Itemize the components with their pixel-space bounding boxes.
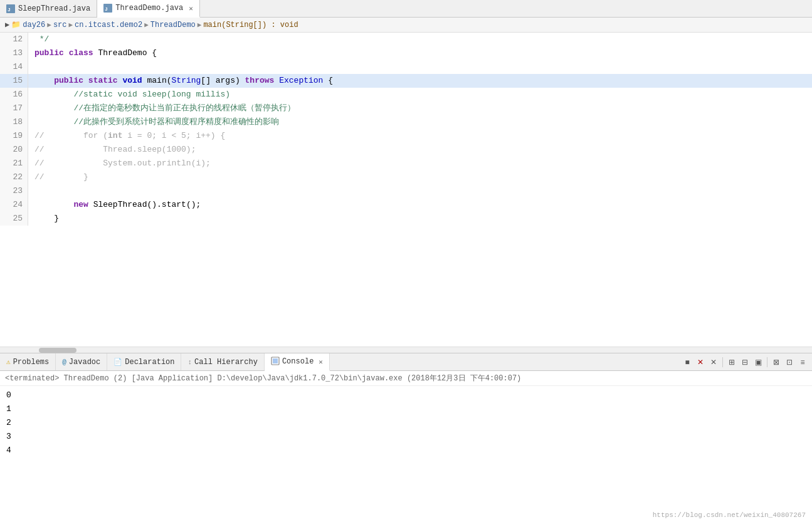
panel-tab-bar: ⚠ Problems @ Javadoc 📄 Declaration ↕ Cal… xyxy=(0,353,812,371)
toolbar-minimize-btn[interactable]: ≡ xyxy=(797,357,808,368)
line-num-15: 15 xyxy=(0,74,28,88)
toolbar-maximize-btn[interactable]: ⊡ xyxy=(784,357,795,368)
breadcrumb: ▶ 📁 day26 ▶ src ▶ cn.itcast.demo2 ▶ Thre… xyxy=(0,18,812,33)
code-content-18: //此操作受到系统计时器和调度程序精度和准确性的影响 xyxy=(28,115,279,129)
code-line-13: 13 public class ThreadDemo { xyxy=(0,46,812,60)
panel-toolbar: ■ ✕ ✕ ⊞ ⊟ ▣ ⊠ ⊡ ≡ xyxy=(678,353,812,370)
panel-tab-problems-label: Problems xyxy=(13,358,50,367)
code-content-21: // System.out.println(i); xyxy=(28,157,211,170)
breadcrumb-arrow: ▶ xyxy=(5,20,9,29)
console-line-1: 1 xyxy=(6,402,806,416)
panel-tabs: ⚠ Problems @ Javadoc 📄 Declaration ↕ Cal… xyxy=(0,353,330,370)
code-line-17: 17 //在指定的毫秒数内让当前正在执行的线程休眠（暂停执行） xyxy=(0,102,812,115)
breadcrumb-method[interactable]: main(String[]) : void xyxy=(203,21,298,29)
code-content-24: new SleepThread().start(); xyxy=(28,198,201,212)
toolbar-clear-btn[interactable]: ⊞ xyxy=(726,357,737,368)
code-content-19: // for (int i = 0; i < 5; i++) { xyxy=(28,129,225,143)
line-num-21: 21 xyxy=(0,157,28,170)
tab-close-icon[interactable]: ✕ xyxy=(189,4,193,13)
svg-text:J: J xyxy=(8,7,11,13)
breadcrumb-day26[interactable]: day26 xyxy=(23,21,45,29)
toolbar-view-btn[interactable]: ▣ xyxy=(752,357,764,368)
breadcrumb-folder-icon: 📁 xyxy=(11,20,21,29)
panel-tab-callhierarchy[interactable]: ↕ Call Hierarchy xyxy=(181,353,264,370)
editor-tab-bar: J SleepThread.java J ThreadDemo.java ✕ xyxy=(0,0,812,18)
code-content-25: } xyxy=(28,212,59,226)
console-line-3: 3 xyxy=(6,430,806,444)
panel-tab-javadoc[interactable]: @ Javadoc xyxy=(56,353,107,370)
console-header: <terminated> ThreadDemo (2) [Java Applic… xyxy=(0,371,812,386)
line-num-18: 18 xyxy=(0,115,28,129)
declaration-icon: 📄 xyxy=(113,358,122,366)
panel-tab-console-label: Console xyxy=(282,357,314,366)
code-content-17: //在指定的毫秒数内让当前正在执行的线程休眠（暂停执行） xyxy=(28,102,295,115)
code-line-16: 16 //static void sleep(long millis) xyxy=(0,88,812,102)
line-num-20: 20 xyxy=(0,143,28,157)
console-output: 0 1 2 3 4 xyxy=(0,386,812,460)
console-header-text: <terminated> ThreadDemo (2) [Java Applic… xyxy=(5,374,521,383)
code-content-20: // Thread.sleep(1000); xyxy=(28,143,196,157)
code-content-13: public class ThreadDemo { xyxy=(28,46,157,60)
watermark: https://blog.csdn.net/weixin_40807267 xyxy=(653,511,806,519)
code-content-23 xyxy=(28,184,34,198)
java-file-icon-2: J xyxy=(103,4,112,13)
tab-sleepthread-label: SleepThread.java xyxy=(18,4,90,13)
bottom-panel: ⚠ Problems @ Javadoc 📄 Declaration ↕ Cal… xyxy=(0,353,812,522)
java-file-icon: J xyxy=(6,4,15,13)
line-num-12: 12 xyxy=(0,33,28,46)
console-line-4: 4 xyxy=(6,444,806,457)
code-line-20: 20 // Thread.sleep(1000); xyxy=(0,143,812,157)
panel-tab-problems[interactable]: ⚠ Problems xyxy=(0,353,56,370)
code-container: 12 */ 13 public class ThreadDemo { 14 15… xyxy=(0,33,812,347)
line-num-13: 13 xyxy=(0,46,28,60)
code-content-16: //static void sleep(long millis) xyxy=(28,88,230,102)
toolbar-stop-btn[interactable]: ■ xyxy=(682,357,693,368)
tab-sleepthread[interactable]: J SleepThread.java xyxy=(0,0,97,17)
line-num-16: 16 xyxy=(0,88,28,102)
panel-tab-javadoc-label: Javadoc xyxy=(69,358,100,367)
toolbar-sep-2 xyxy=(767,357,767,367)
code-content-22: // } xyxy=(28,170,88,184)
code-line-23: 23 xyxy=(0,184,812,198)
code-line-18: 18 //此操作受到系统计时器和调度程序精度和准确性的影响 xyxy=(0,115,812,129)
line-num-17: 17 xyxy=(0,102,28,115)
tab-threaddemo-label: ThreadDemo.java xyxy=(115,4,183,13)
callhierarchy-icon: ↕ xyxy=(187,358,192,366)
code-editor[interactable]: 12 */ 13 public class ThreadDemo { 14 15… xyxy=(0,33,812,347)
javadoc-icon: @ xyxy=(62,358,66,366)
code-content-14 xyxy=(28,60,34,74)
code-line-24: 24 new SleepThread().start(); xyxy=(0,198,812,212)
toolbar-terminate-btn[interactable]: ✕ xyxy=(695,357,706,368)
line-num-23: 23 xyxy=(0,184,28,198)
line-num-22: 22 xyxy=(0,170,28,184)
editor-scrollbar[interactable] xyxy=(0,347,812,353)
code-line-22: 22 // } xyxy=(0,170,812,184)
panel-tab-declaration[interactable]: 📄 Declaration xyxy=(107,353,181,370)
code-line-21: 21 // System.out.println(i); xyxy=(0,157,812,170)
breadcrumb-package[interactable]: cn.itcast.demo2 xyxy=(75,21,142,29)
toolbar-scroll-lock-btn[interactable]: ⊟ xyxy=(739,357,751,368)
tab-threaddemo[interactable]: J ThreadDemo.java ✕ xyxy=(97,0,200,18)
code-line-19: 19 // for (int i = 0; i < 5; i++) { xyxy=(0,129,812,143)
problems-icon: ⚠ xyxy=(6,358,11,366)
line-num-25: 25 xyxy=(0,212,28,226)
panel-tab-console[interactable]: Console ✕ xyxy=(265,353,330,371)
code-line-12: 12 */ xyxy=(0,33,812,46)
console-line-2: 2 xyxy=(6,416,806,430)
line-num-24: 24 xyxy=(0,198,28,212)
panel-tab-callhierarchy-label: Call Hierarchy xyxy=(194,358,258,367)
toolbar-pin-btn[interactable]: ⊠ xyxy=(771,357,782,368)
code-content-15: public static void main(String[] args) t… xyxy=(28,74,333,88)
panel-tab-declaration-label: Declaration xyxy=(125,358,174,367)
console-tab-icon-svg xyxy=(271,357,280,365)
breadcrumb-class[interactable]: ThreadDemo xyxy=(150,21,196,29)
toolbar-sep-1 xyxy=(722,357,723,367)
console-icon xyxy=(271,357,280,367)
svg-rect-5 xyxy=(273,358,278,363)
svg-text:J: J xyxy=(105,6,108,12)
breadcrumb-src[interactable]: src xyxy=(53,21,67,29)
line-num-19: 19 xyxy=(0,129,28,143)
console-tab-close-icon[interactable]: ✕ xyxy=(319,358,323,366)
line-num-14: 14 xyxy=(0,60,28,74)
toolbar-remove-btn[interactable]: ✕ xyxy=(708,357,719,368)
